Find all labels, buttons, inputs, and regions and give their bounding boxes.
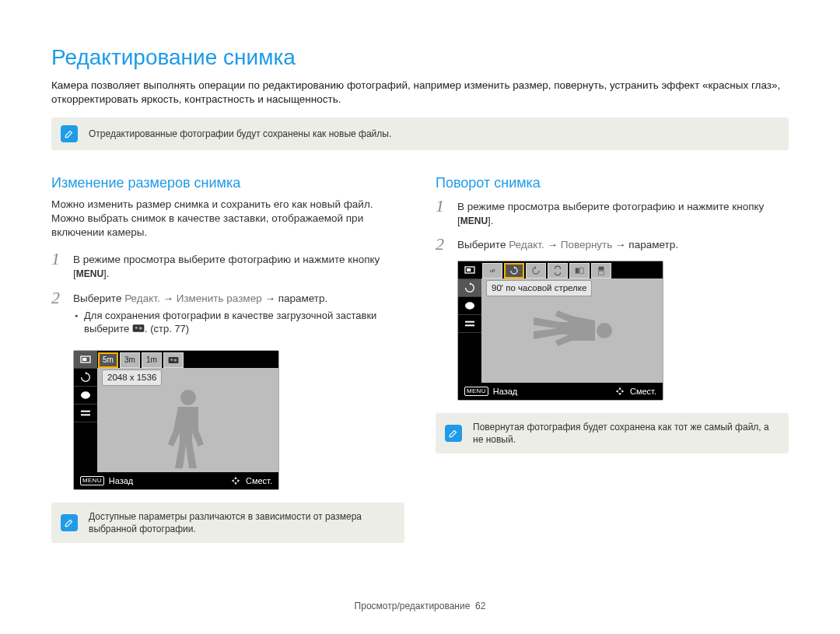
step-body: Выберите Редакт. → Изменить размер → пар… xyxy=(73,289,404,342)
text: ]. xyxy=(488,215,494,226)
pencil-note-icon xyxy=(61,125,78,142)
note-top-text: Отредактированные фотографии будут сохра… xyxy=(89,128,391,140)
text: . (стр. 77) xyxy=(145,323,189,335)
svg-rect-7 xyxy=(81,414,90,415)
menu-path: Повернуть xyxy=(561,239,613,250)
svg-rect-19 xyxy=(580,268,584,273)
svg-point-14 xyxy=(465,302,474,309)
sidebar-adjust-icon[interactable] xyxy=(74,405,97,422)
note-resize: Доступные параметры различаются в зависи… xyxy=(51,503,404,543)
sidebar-rotate-icon[interactable] xyxy=(74,369,97,387)
arrow: → xyxy=(544,239,561,250)
note-rotate-text: Повернутая фотография будет сохранена ка… xyxy=(473,421,779,446)
tile-flip-v-icon[interactable] xyxy=(591,263,611,278)
menu-chip-icon: MENU xyxy=(464,387,488,397)
sidebar-palette-icon[interactable] xyxy=(458,297,481,315)
text: Выберите xyxy=(457,239,509,250)
lcd-footer: MENU Назад Смест. xyxy=(458,383,663,400)
step-number: 1 xyxy=(436,198,450,228)
svg-rect-6 xyxy=(81,411,90,412)
sidebar-rotate-icon[interactable] xyxy=(458,279,481,297)
text: Выберите xyxy=(73,292,124,304)
lcd-status-rotation: 90' по часовой стрелке xyxy=(486,280,592,297)
page-footer: Просмотр/редактирование 62 xyxy=(0,600,840,612)
sidebar-adjust-icon[interactable] xyxy=(458,315,481,333)
tile-off-icon[interactable]: off xyxy=(482,263,502,278)
dpad-icon xyxy=(614,386,625,397)
rotate-step-1: 1 В режиме просмотра выберите фотографию… xyxy=(436,198,789,228)
text: Для сохранения фотографии в качестве заг… xyxy=(84,310,376,335)
sidebar-resize-icon[interactable] xyxy=(74,351,97,369)
startup-image-icon xyxy=(132,323,145,334)
rotate-step-2: 2 Выберите Редакт. → Повернуть → парамет… xyxy=(436,236,789,253)
bullet-item: Для сохранения фотографии в качестве заг… xyxy=(73,309,404,336)
two-column-layout: Изменение размеров снимка Можно изменить… xyxy=(51,173,789,543)
pencil-note-icon xyxy=(61,514,78,531)
note-top: Отредактированные фотографии будут сохра… xyxy=(51,117,789,150)
menu-button-label: MENU xyxy=(76,268,103,279)
note-resize-text: Доступные параметры различаются в зависи… xyxy=(89,510,395,535)
step-body: В режиме просмотра выберите фотографию и… xyxy=(457,198,789,228)
svg-point-10 xyxy=(174,359,177,362)
menu-path: Изменить размер xyxy=(177,292,262,304)
step-number: 1 xyxy=(51,250,65,281)
tile-rotate-cw-icon[interactable] xyxy=(504,263,524,278)
svg-point-9 xyxy=(170,359,173,361)
tile-rotate-180-icon[interactable] xyxy=(548,263,568,278)
text: В режиме просмотра выберите фотографию и… xyxy=(73,254,380,279)
lcd-status-resolution: 2048 х 1536 xyxy=(102,370,162,387)
page: Редактирование снимка Камера позволяет в… xyxy=(0,0,840,634)
menu-path: Редакт. xyxy=(509,239,544,250)
camera-lcd-resize: 5m 3m 1m 2048 х 1536 MEN xyxy=(73,350,279,490)
lcd-top-tiles: 5m 3m 1m xyxy=(74,351,278,368)
person-silhouette-icon xyxy=(161,387,215,472)
back-label[interactable]: Назад xyxy=(493,386,518,398)
step-number: 2 xyxy=(51,289,65,342)
sidebar-resize-icon[interactable] xyxy=(458,261,481,279)
menu-chip-icon: MENU xyxy=(80,476,104,486)
move-label[interactable]: Смест. xyxy=(246,475,272,487)
footer-section: Просмотр/редактирование xyxy=(355,601,471,611)
lcd-sidebar xyxy=(74,351,97,472)
move-label[interactable]: Смест. xyxy=(630,386,656,398)
footer-page-number: 62 xyxy=(475,601,485,611)
tile-startup-icon[interactable] xyxy=(163,352,184,368)
tile-rotate-ccw-icon[interactable] xyxy=(526,263,546,278)
column-resize: Изменение размеров снимка Можно изменить… xyxy=(51,173,404,543)
svg-point-11 xyxy=(180,390,196,405)
step-body: В режиме просмотра выберите фотографию и… xyxy=(73,250,404,281)
intro-text: Камера позволяет выполнять операции по р… xyxy=(51,79,789,107)
sidebar-palette-icon[interactable] xyxy=(74,387,97,405)
dpad-icon xyxy=(230,475,241,486)
column-rotate: Поворот снимка 1 В режиме просмотра выбе… xyxy=(436,173,789,543)
tile-1m[interactable]: 1m xyxy=(142,352,162,368)
note-rotate: Повернутая фотография будет сохранена ка… xyxy=(436,413,789,454)
svg-rect-18 xyxy=(576,268,579,273)
svg-point-1 xyxy=(135,327,138,329)
resize-step-2: 2 Выберите Редакт. → Изменить размер → п… xyxy=(51,289,404,342)
menu-button-label: MENU xyxy=(460,215,488,226)
svg-rect-4 xyxy=(82,358,86,361)
desc-resize: Можно изменить размер снимка и сохранить… xyxy=(51,198,404,240)
pencil-note-icon xyxy=(445,425,462,442)
step-number: 2 xyxy=(436,236,450,253)
text: В режиме просмотра выберите фотографию и… xyxy=(457,201,764,226)
svg-rect-0 xyxy=(133,325,145,332)
svg-point-22 xyxy=(597,323,612,338)
svg-point-5 xyxy=(81,391,90,398)
tile-3m[interactable]: 3m xyxy=(120,352,140,368)
text: → параметр. xyxy=(262,292,328,304)
person-silhouette-icon xyxy=(530,303,615,358)
svg-rect-13 xyxy=(467,268,471,271)
svg-rect-21 xyxy=(599,271,604,275)
resize-step-1: 1 В режиме просмотра выберите фотографию… xyxy=(51,250,404,281)
text: → параметр. xyxy=(612,239,678,250)
tile-5m[interactable]: 5m xyxy=(98,352,118,368)
svg-point-2 xyxy=(139,327,142,330)
menu-path: Редакт. xyxy=(124,292,160,304)
back-label[interactable]: Назад xyxy=(109,475,134,487)
tile-flip-h-icon[interactable] xyxy=(569,263,590,278)
lcd-sidebar xyxy=(458,261,481,383)
svg-rect-20 xyxy=(599,267,604,271)
camera-lcd-rotate: off 90' по часовой стрелке xyxy=(457,261,663,401)
